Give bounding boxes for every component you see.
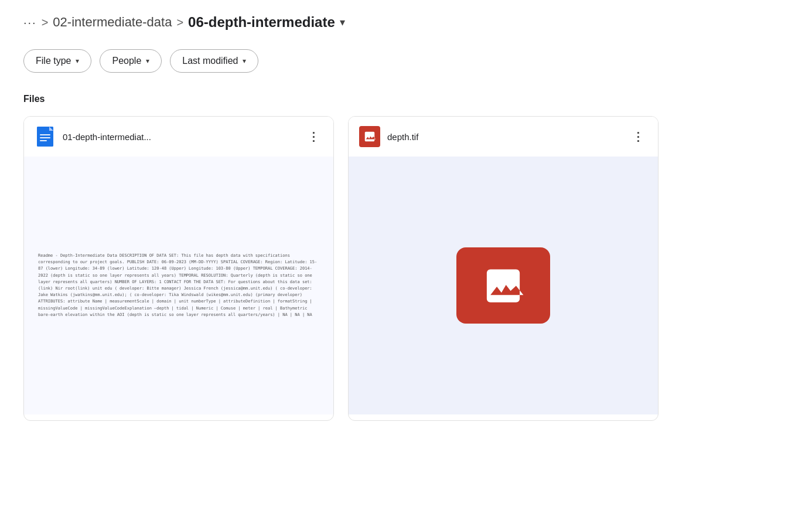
file-grid: 01-depth-intermediat... ⋮ Readme - Depth…: [23, 116, 789, 421]
breadcrumb-current[interactable]: 06-depth-intermediate: [188, 14, 335, 30]
file-card-1[interactable]: depth.tif ⋮: [348, 116, 659, 421]
file-card-0[interactable]: 01-depth-intermediat... ⋮ Readme - Depth…: [23, 116, 334, 421]
files-section-title: Files: [23, 94, 789, 104]
filter-bar: File type ▾ People ▾ Last modified ▾: [23, 49, 789, 73]
filter-people[interactable]: People ▾: [100, 49, 162, 73]
more-menu-button-1[interactable]: ⋮: [629, 127, 647, 146]
breadcrumb-dots[interactable]: ···: [23, 16, 37, 29]
docs-file-icon: [35, 126, 56, 147]
filter-last-modified[interactable]: Last modified ▾: [170, 49, 258, 73]
large-image-icon: [456, 247, 550, 324]
filter-file-type-label: File type: [36, 56, 71, 66]
filter-people-label: People: [112, 56, 141, 66]
filter-file-type[interactable]: File type ▾: [23, 49, 91, 73]
image-file-icon: [359, 126, 380, 147]
file-name-1: depth.tif: [387, 132, 622, 142]
filter-people-arrow: ▾: [146, 57, 149, 65]
breadcrumb-dropdown-arrow[interactable]: ▾: [340, 16, 345, 29]
filter-last-modified-label: Last modified: [182, 56, 238, 66]
file-card-header-0: 01-depth-intermediat... ⋮: [24, 117, 333, 157]
file-card-header-1: depth.tif ⋮: [349, 117, 658, 157]
file-preview-1: [349, 157, 658, 414]
more-menu-button-0[interactable]: ⋮: [304, 127, 323, 146]
breadcrumb: ··· > 02-intermediate-data > 06-depth-in…: [23, 14, 789, 30]
svg-rect-2: [40, 134, 50, 135]
breadcrumb-path-1[interactable]: 02-intermediate-data: [53, 15, 172, 30]
file-name-0: 01-depth-intermediat...: [63, 132, 297, 142]
files-section: Files 01-depth-intermediat...: [23, 94, 789, 421]
svg-rect-3: [40, 137, 50, 138]
file-preview-0: Readme - Depth-Intermediate Data DESCRIP…: [24, 157, 333, 414]
breadcrumb-chevron-2: >: [176, 16, 183, 29]
breadcrumb-chevron-1: >: [42, 16, 49, 29]
filter-last-modified-arrow: ▾: [243, 57, 246, 65]
filter-file-type-arrow: ▾: [76, 57, 79, 65]
svg-rect-4: [40, 140, 47, 141]
